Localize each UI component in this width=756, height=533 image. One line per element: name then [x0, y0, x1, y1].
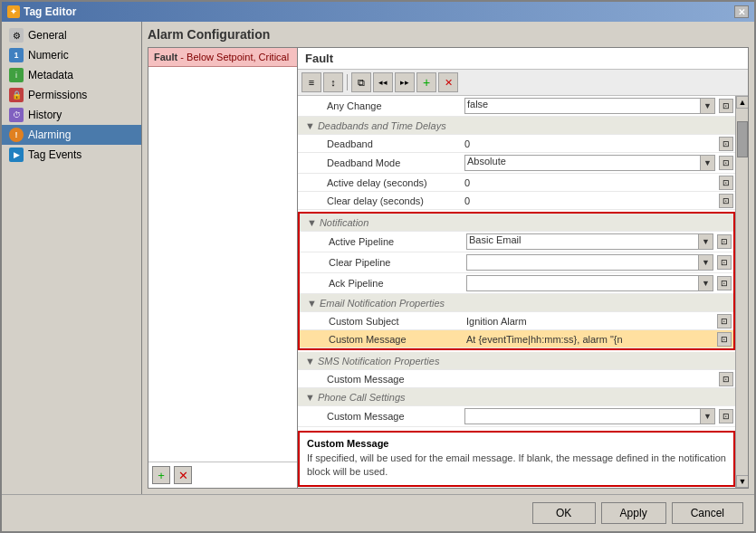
delete-property-button[interactable]: ✕: [438, 72, 458, 92]
remove-fault-button[interactable]: ✕: [174, 466, 192, 484]
sidebar-item-tagevents[interactable]: ▶ Tag Events: [2, 145, 141, 165]
title-bar: ✦ Tag Editor ✕: [2, 2, 754, 22]
tagevents-icon: ▶: [9, 148, 24, 162]
arrow-right-button[interactable]: ▸▸: [395, 72, 415, 92]
prop-value-custom-message: At {eventTime|hh:mm:ss}, alarm "{n: [463, 332, 717, 347]
active-pipeline-select[interactable]: Basic Email: [466, 233, 699, 250]
close-button[interactable]: ✕: [734, 5, 749, 18]
ok-button[interactable]: OK: [532, 502, 596, 524]
prop-name-clear-delay: Clear delay (seconds): [298, 194, 461, 208]
fault-item[interactable]: Fault - Below Setpoint, Critical: [148, 48, 297, 67]
prop-actions: ⊡: [717, 276, 733, 290]
sidebar-item-history[interactable]: ⏱ History: [2, 105, 141, 125]
prop-actions: ⊡: [717, 255, 733, 270]
prop-value-clear-pipeline: ▼: [463, 252, 717, 272]
phone-custom-dropdown-arrow[interactable]: ▼: [701, 408, 715, 424]
sort-alpha-button[interactable]: ≡: [301, 72, 321, 92]
deadband-mode-dropdown-arrow[interactable]: ▼: [701, 155, 715, 171]
prop-actions: ⊡: [719, 372, 735, 386]
prop-value-any-change: false ▼: [461, 96, 719, 116]
alarm-properties: Fault ≡ ↕ ⧉ ◂◂ ▸▸ + ✕: [298, 48, 748, 488]
prop-reset-button[interactable]: ⊡: [719, 137, 733, 151]
prop-actions: ⊡: [719, 156, 735, 170]
collapse-arrow: ▼: [307, 298, 317, 309]
clear-pipeline-select[interactable]: [466, 254, 699, 271]
window-title: Tag Editor: [24, 5, 76, 18]
apply-button[interactable]: Apply: [601, 502, 666, 524]
sidebar-item-metadata[interactable]: i Metadata: [2, 65, 141, 85]
prop-reset-button[interactable]: ⊡: [719, 156, 733, 170]
prop-reset-button[interactable]: ⊡: [717, 314, 732, 328]
sidebar-item-label: General: [28, 29, 67, 42]
prop-actions: ⊡: [719, 137, 735, 151]
copy-button[interactable]: ⧉: [351, 72, 371, 92]
prop-reset-button[interactable]: ⊡: [719, 99, 733, 113]
ack-pipeline-select[interactable]: [466, 275, 699, 291]
prop-sms-custom-message: Custom Message ⊡: [298, 370, 735, 388]
prop-custom-subject: Custom Subject Ignition Alarm ⊡: [300, 312, 733, 330]
properties-scroll[interactable]: Any Change false ▼ ⊡: [298, 96, 735, 488]
props-area: Any Change false ▼ ⊡: [298, 96, 748, 488]
prop-any-change: Any Change false ▼ ⊡: [298, 96, 735, 117]
collapse-arrow: ▼: [305, 356, 315, 366]
prop-value-deadband-mode: Absolute ▼: [461, 153, 719, 173]
add-fault-button[interactable]: +: [152, 466, 170, 484]
prop-actions: ⊡: [719, 194, 735, 208]
alarm-config-area: Fault - Below Setpoint, Critical + ✕ Fau…: [148, 47, 749, 489]
sidebar-item-label: Metadata: [28, 69, 73, 81]
prop-reset-button[interactable]: ⊡: [719, 372, 733, 386]
add-property-button[interactable]: +: [416, 72, 436, 92]
phone-custom-select[interactable]: [464, 408, 701, 424]
notification-section-box: ▼Notification Active Pipeline Basic Emai…: [298, 212, 735, 350]
fault-label: Fault: [154, 52, 177, 62]
prop-notification-header[interactable]: ▼Notification: [300, 214, 733, 232]
prop-deadbands-header[interactable]: ▼Deadbands and Time Delays: [298, 117, 735, 135]
prop-reset-button[interactable]: ⊡: [719, 194, 733, 208]
scrollbar[interactable]: ▲ ▼: [735, 96, 748, 488]
scroll-up-button[interactable]: ▲: [736, 96, 748, 109]
prop-value-clear-delay: 0: [461, 194, 719, 208]
sidebar-item-label: History: [28, 109, 62, 121]
sidebar-item-general[interactable]: ⚙ General: [2, 25, 141, 45]
prop-phone-header[interactable]: ▼Phone Call Settings: [298, 388, 735, 406]
prop-reset-button[interactable]: ⊡: [717, 276, 732, 290]
description-text: If specified, will be used for the email…: [307, 452, 726, 480]
any-change-dropdown-arrow[interactable]: ▼: [701, 98, 715, 114]
sidebar-item-permissions[interactable]: 🔒 Permissions: [2, 85, 141, 105]
prop-custom-message: Custom Message At {eventTime|hh:mm:ss}, …: [300, 330, 733, 348]
scrollbar-thumb[interactable]: [737, 121, 748, 157]
cancel-button[interactable]: Cancel: [672, 502, 743, 524]
prop-clear-pipeline: Clear Pipeline ▼ ⊡: [300, 252, 733, 273]
sidebar-item-alarming[interactable]: ! Alarming: [2, 125, 141, 145]
prop-value-custom-subject: Ignition Alarm: [463, 314, 717, 328]
fault-list: Fault - Below Setpoint, Critical + ✕: [148, 48, 298, 488]
sidebar-item-label: Alarming: [28, 128, 71, 141]
alarm-prop-title: Fault: [298, 48, 748, 70]
prop-reset-button[interactable]: ⊡: [719, 409, 733, 424]
tag-editor-window: ✦ Tag Editor ✕ ⚙ General 1 Numeric i Met…: [0, 0, 756, 533]
prop-name-custom-subject: Custom Subject: [300, 314, 463, 328]
prop-reset-button[interactable]: ⊡: [717, 255, 732, 270]
alarming-icon: !: [9, 128, 24, 142]
prop-sms-header[interactable]: ▼SMS Notification Properties: [298, 352, 735, 370]
sort-order-button[interactable]: ↕: [323, 72, 343, 92]
ack-pipeline-dropdown-arrow[interactable]: ▼: [699, 275, 713, 291]
scroll-down-button[interactable]: ▼: [736, 475, 748, 488]
prop-name-clear-pipeline: Clear Pipeline: [300, 255, 463, 270]
collapse-arrow: ▼: [305, 120, 315, 131]
deadband-mode-select[interactable]: Absolute: [464, 155, 701, 171]
section-name-sms: ▼SMS Notification Properties: [298, 354, 461, 368]
prop-value-active-pipeline: Basic Email ▼: [463, 232, 717, 252]
clear-pipeline-dropdown-arrow[interactable]: ▼: [699, 254, 713, 271]
sidebar-item-numeric[interactable]: 1 Numeric: [2, 45, 141, 65]
prop-actions: ⊡: [719, 99, 735, 113]
prop-reset-button[interactable]: ⊡: [719, 176, 733, 190]
sidebar-item-label: Permissions: [28, 89, 87, 101]
any-change-select[interactable]: false: [464, 98, 701, 114]
prop-reset-button[interactable]: ⊡: [717, 234, 732, 249]
prop-email-notif-header[interactable]: ▼Email Notification Properties: [300, 294, 733, 312]
active-pipeline-dropdown-arrow[interactable]: ▼: [699, 233, 713, 250]
toolbar-separator: [347, 74, 348, 90]
prop-reset-button[interactable]: ⊡: [717, 332, 732, 347]
arrow-left-button[interactable]: ◂◂: [373, 72, 393, 92]
